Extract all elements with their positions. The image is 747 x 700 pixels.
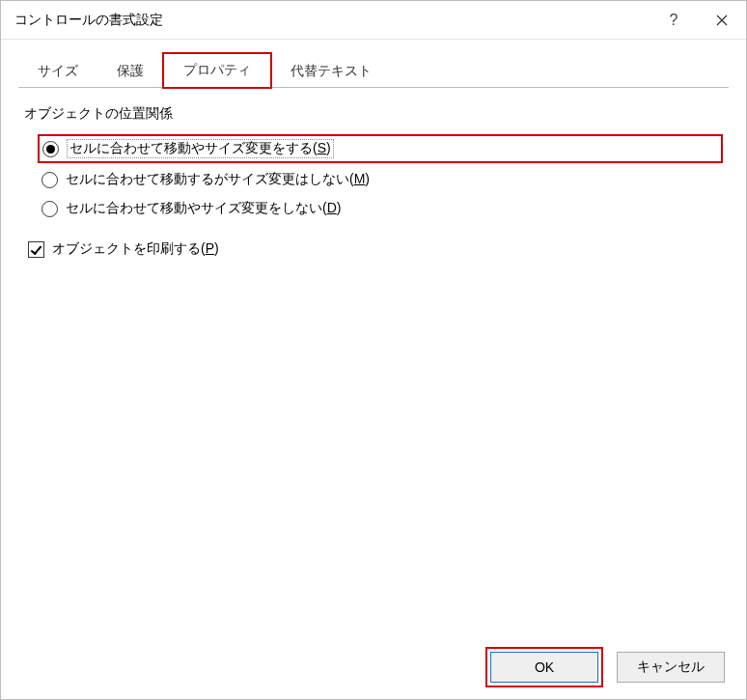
close-icon bbox=[716, 14, 728, 26]
radio-move-and-size[interactable]: セルに合わせて移動やサイズ変更をする(S) bbox=[38, 134, 723, 163]
checkbox-print-object[interactable]: オブジェクトを印刷する(P) bbox=[24, 237, 723, 262]
radio-no-move-no-size[interactable]: セルに合わせて移動やサイズ変更をしない(D) bbox=[38, 196, 723, 221]
cancel-button[interactable]: キャンセル bbox=[617, 652, 725, 683]
checkbox-label: オブジェクトを印刷する(P) bbox=[52, 240, 219, 258]
tab-alttext[interactable]: 代替テキスト bbox=[271, 55, 391, 88]
dialog-title: コントロールの書式設定 bbox=[14, 12, 650, 29]
tabstrip: サイズ 保護 プロパティ 代替テキスト bbox=[1, 40, 746, 88]
tab-protect[interactable]: 保護 bbox=[97, 55, 163, 88]
radio-label: セルに合わせて移動するがサイズ変更はしない(M) bbox=[66, 171, 370, 188]
checkbox-icon bbox=[28, 241, 44, 258]
dialog-footer: OK キャンセル bbox=[1, 635, 746, 699]
radio-icon bbox=[42, 141, 59, 157]
group-label-position: オブジェクトの位置関係 bbox=[24, 105, 723, 123]
radio-label: セルに合わせて移動やサイズ変更をしない(D) bbox=[66, 200, 341, 217]
radio-icon bbox=[42, 201, 58, 217]
ok-button[interactable]: OK bbox=[490, 652, 598, 683]
tab-size[interactable]: サイズ bbox=[18, 55, 97, 88]
titlebar: コントロールの書式設定 ? bbox=[1, 1, 746, 40]
radio-icon bbox=[42, 172, 58, 188]
tab-underline bbox=[18, 87, 729, 88]
properties-panel: オブジェクトの位置関係 セルに合わせて移動やサイズ変更をする(S) セルに合わせ… bbox=[1, 88, 746, 283]
radio-label: セルに合わせて移動やサイズ変更をする(S) bbox=[67, 139, 334, 158]
close-button[interactable] bbox=[698, 1, 746, 40]
tab-properties[interactable]: プロパティ bbox=[163, 53, 271, 88]
help-button[interactable]: ? bbox=[650, 1, 698, 40]
ok-button-highlight: OK bbox=[485, 647, 603, 687]
radio-move-no-size[interactable]: セルに合わせて移動するがサイズ変更はしない(M) bbox=[38, 167, 723, 192]
